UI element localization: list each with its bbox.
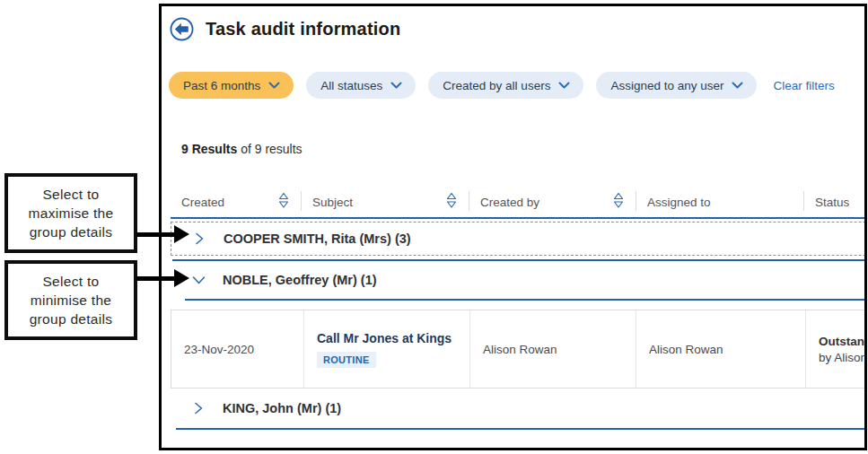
- assigned-to-name: Alison Rowan: [649, 343, 723, 356]
- column-header-created[interactable]: Created: [171, 187, 302, 217]
- results-suffix: of 9 results: [237, 142, 302, 156]
- chevron-right-icon[interactable]: [192, 231, 206, 246]
- column-header-assigned-to[interactable]: Assigned to: [636, 187, 804, 217]
- chevron-right-icon[interactable]: [191, 401, 206, 415]
- column-label: Assigned to: [647, 196, 711, 209]
- column-header-status[interactable]: Status: [804, 187, 867, 217]
- chevron-down-icon: [732, 79, 743, 92]
- cell-status: Outstand by Alison: [806, 310, 867, 388]
- group-name: KING, John (Mr) (1): [223, 401, 341, 415]
- group-name: COOPER SMITH, Rita (Mrs) (3): [224, 231, 411, 246]
- column-label: Status: [815, 196, 849, 209]
- callout-arrow-minimise: [136, 269, 190, 287]
- arrow-shaft: [136, 232, 176, 237]
- callout-minimise-group: Select to minimise the group details: [4, 260, 137, 340]
- table-header: Created Subject Created by Assigned to: [171, 187, 867, 219]
- sort-up-down-icon[interactable]: [446, 192, 457, 213]
- filter-label: Created by all users: [443, 79, 550, 92]
- results-summary: 9 Results of 9 results: [181, 142, 302, 156]
- column-label: Created by: [480, 196, 539, 209]
- filter-created-by[interactable]: Created by all users: [428, 72, 583, 99]
- filter-date-range[interactable]: Past 6 months: [169, 72, 294, 99]
- subject-title: Call Mr Jones at Kings: [317, 331, 452, 345]
- column-header-subject[interactable]: Subject: [302, 187, 469, 217]
- group-row-king[interactable]: KING, John (Mr) (1): [171, 392, 867, 424]
- group-name: NOBLE, Geoffrey (Mr) (1): [223, 273, 377, 287]
- row-divider: [176, 428, 867, 430]
- task-detail-row: 23-Nov-2020 Call Mr Jones at Kings ROUTI…: [171, 310, 867, 389]
- callout-text-line: Select to: [42, 185, 99, 204]
- filter-label: Assigned to any user: [610, 79, 723, 92]
- group-row-cooper-smith[interactable]: COOPER SMITH, Rita (Mrs) (3): [171, 222, 867, 256]
- callout-arrow-maximise: [136, 225, 190, 243]
- callout-text-line: Select to: [42, 272, 99, 291]
- results-count: 9 Results: [181, 142, 237, 156]
- callout-maximise-group: Select to maximise the group details: [4, 173, 137, 253]
- group-row-noble[interactable]: NOBLE, Geoffrey (Mr) (1): [171, 262, 867, 298]
- back-button[interactable]: [170, 17, 194, 41]
- sort-up-down-icon[interactable]: [278, 192, 289, 213]
- filter-status[interactable]: All statuses: [306, 72, 416, 99]
- chevron-down-icon: [390, 79, 402, 92]
- sort-up-down-icon[interactable]: [613, 192, 624, 213]
- row-divider: [185, 299, 867, 301]
- chevron-down-icon: [268, 79, 280, 92]
- chevron-down-icon[interactable]: [191, 273, 206, 287]
- column-label: Created: [181, 196, 224, 209]
- arrow-left-circle-icon: [170, 31, 194, 44]
- callout-text-line: group details: [30, 223, 113, 241]
- column-header-created-by[interactable]: Created by: [469, 187, 636, 217]
- task-audit-panel: Task audit information Past 6 months All…: [159, 4, 867, 450]
- callout-text-line: minimise the: [31, 291, 112, 310]
- page-title: Task audit information: [206, 19, 400, 39]
- cell-created-by: Alison Rowan: [470, 310, 636, 388]
- cell-subject: Call Mr Jones at Kings ROUTINE: [304, 310, 470, 388]
- callout-text-line: group details: [30, 310, 113, 328]
- filter-label: All statuses: [320, 79, 382, 92]
- chevron-down-icon: [558, 79, 570, 92]
- cell-assigned-to: Alison Rowan: [636, 310, 806, 388]
- filter-assigned-to[interactable]: Assigned to any user: [596, 72, 757, 99]
- row-divider: [172, 259, 867, 261]
- page-header: Task audit information: [170, 17, 400, 41]
- column-label: Subject: [312, 196, 353, 209]
- arrow-head-icon: [174, 225, 189, 243]
- clear-filters-link[interactable]: Clear filters: [773, 79, 834, 92]
- arrow-shaft: [136, 276, 176, 281]
- cell-created: 23-Nov-2020: [171, 310, 304, 388]
- priority-badge: ROUTINE: [317, 352, 376, 368]
- status-value: Outstand: [819, 335, 867, 348]
- status-detail: by Alison: [819, 351, 867, 364]
- arrow-head-icon: [174, 269, 189, 287]
- created-date: 23-Nov-2020: [184, 343, 254, 356]
- filter-bar: Past 6 months All statuses Created by al…: [169, 72, 835, 99]
- callout-text-line: maximise the: [29, 204, 114, 223]
- created-by-name: Alison Rowan: [483, 343, 557, 356]
- filter-label: Past 6 months: [183, 79, 260, 92]
- screenshot-canvas: Select to maximise the group details Sel…: [0, 0, 868, 454]
